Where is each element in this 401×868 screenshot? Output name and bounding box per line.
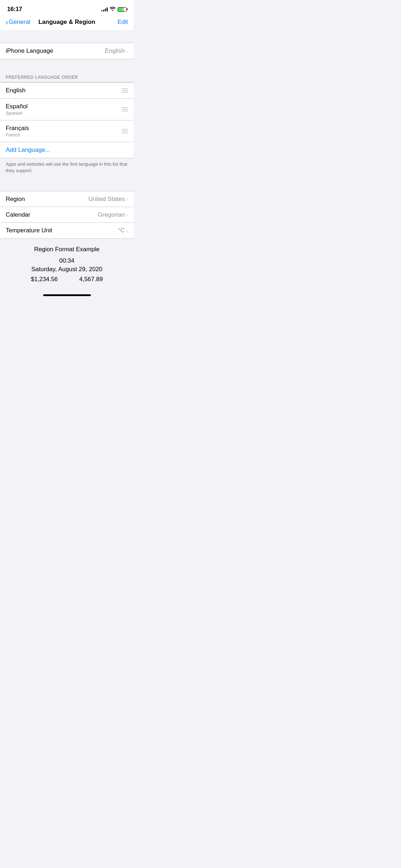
- home-bar: [43, 294, 91, 296]
- calendar-label: Calendar: [6, 211, 30, 218]
- preferred-language-section: English Español Spanish Français French: [0, 82, 134, 158]
- calendar-value-container: Gregorian ›: [98, 211, 128, 218]
- format-example-numbers: $1,234.56 4,567.89: [6, 276, 128, 283]
- add-language-row[interactable]: Add Language...: [0, 142, 134, 158]
- language-name-english: English: [6, 87, 26, 94]
- temperature-label: Temperature Unit: [6, 227, 52, 234]
- status-bar: 16:17 ⚡: [0, 0, 134, 16]
- page-title: Language & Region: [38, 19, 96, 26]
- preferred-language-footer: Apps and websites will use the first lan…: [0, 158, 134, 178]
- language-name-french: Français French: [6, 125, 29, 138]
- wifi-icon: [110, 7, 115, 12]
- section-gap-2: [0, 59, 134, 72]
- iphone-language-label: iPhone Language: [6, 47, 53, 55]
- preferred-language-header: PREFERRED LANGUAGE ORDER: [0, 72, 134, 82]
- language-row-spanish[interactable]: Español Spanish: [0, 99, 134, 120]
- region-chevron-icon: ›: [126, 196, 128, 202]
- signal-icon: [101, 7, 108, 11]
- nav-bar: ‹ General Language & Region Edit: [0, 16, 134, 30]
- calendar-chevron-icon: ›: [126, 212, 128, 218]
- drag-handle-french[interactable]: [122, 129, 128, 133]
- iphone-language-value-container: English ›: [105, 47, 128, 55]
- region-value-container: United States ›: [88, 196, 128, 203]
- back-button[interactable]: ‹ General: [6, 19, 30, 26]
- add-language-label: Add Language...: [6, 146, 50, 154]
- iphone-language-section: iPhone Language English ›: [0, 43, 134, 59]
- language-row-english[interactable]: English: [0, 83, 134, 99]
- home-indicator: [0, 291, 134, 300]
- temperature-row[interactable]: Temperature Unit °C ›: [0, 223, 134, 238]
- region-row[interactable]: Region United States ›: [0, 191, 134, 207]
- format-example-date: Saturday, August 29, 2020: [6, 266, 128, 273]
- calendar-value: Gregorian: [98, 211, 125, 218]
- region-label: Region: [6, 196, 25, 203]
- drag-handle-english[interactable]: [122, 88, 128, 93]
- region-format-example: Region Format Example 00:34 Saturday, Au…: [0, 239, 134, 291]
- temperature-value-container: °C ›: [118, 227, 128, 234]
- format-example-number: 4,567.89: [79, 276, 103, 283]
- edit-button[interactable]: Edit: [118, 19, 128, 26]
- temperature-chevron-icon: ›: [126, 228, 128, 234]
- status-time: 16:17: [7, 6, 22, 13]
- region-value: United States: [88, 196, 125, 203]
- format-example-currency: $1,234.56: [31, 276, 58, 283]
- region-settings-section: Region United States › Calendar Gregoria…: [0, 191, 134, 239]
- section-gap-top: [0, 30, 134, 43]
- calendar-row[interactable]: Calendar Gregorian ›: [0, 207, 134, 223]
- section-gap-3: [0, 178, 134, 191]
- temperature-value: °C: [118, 227, 125, 234]
- back-label: General: [9, 19, 30, 26]
- iphone-language-row[interactable]: iPhone Language English ›: [0, 43, 134, 59]
- language-name-spanish: Español Spanish: [6, 103, 27, 116]
- drag-handle-spanish[interactable]: [122, 107, 128, 112]
- back-chevron-icon: ‹: [6, 19, 8, 26]
- iphone-language-chevron-icon: ›: [126, 48, 128, 54]
- format-example-time: 00:34: [6, 257, 128, 264]
- battery-icon: ⚡: [118, 7, 127, 12]
- format-example-title: Region Format Example: [6, 246, 128, 253]
- status-icons: ⚡: [101, 7, 127, 12]
- language-row-french[interactable]: Français French: [0, 120, 134, 142]
- iphone-language-value: English: [105, 47, 125, 55]
